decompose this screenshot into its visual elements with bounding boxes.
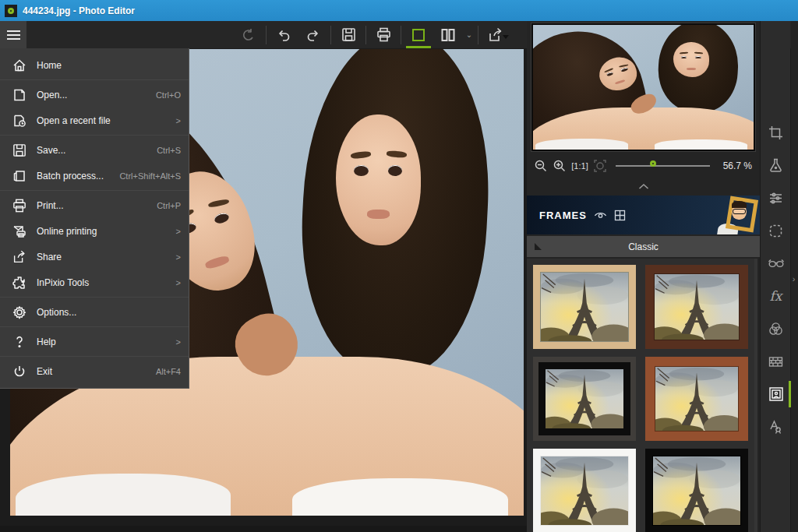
tool-list: fx [761, 116, 791, 443]
main-menu-dropdown: Home Open... Ctrl+O Open a recent file >… [0, 48, 189, 389]
tool-sidebar: fx [760, 21, 790, 532]
redo-icon[interactable] [298, 21, 328, 48]
zoom-slider-handle[interactable] [650, 160, 656, 167]
frame-thumbnail-carved-redwood[interactable] [643, 355, 750, 442]
actual-size-button[interactable]: [1:1] [569, 157, 591, 175]
menu-item-help[interactable]: Help > [0, 329, 189, 354]
toolbar-button-group: ⌄ [234, 21, 510, 48]
zoom-slider[interactable] [616, 157, 710, 175]
menu-item-online-printing[interactable]: Online printing > [0, 218, 189, 244]
menu-item-shortcut: Ctrl+P [157, 201, 181, 210]
menu-item-open-recent[interactable]: Open a recent file > [0, 107, 189, 133]
menu-item-save[interactable]: Save... Ctrl+S [0, 137, 189, 163]
category-collapse-triangle-icon [535, 243, 542, 250]
toolbar-separator [266, 26, 267, 44]
menu-item-exit[interactable]: Exit Alt+F4 [0, 358, 189, 384]
frames-grid [527, 259, 754, 532]
eye-icon[interactable] [594, 210, 607, 220]
crop-icon[interactable] [761, 116, 791, 149]
menu-icon[interactable] [0, 21, 26, 48]
share-dropdown-caret-icon [503, 35, 509, 39]
frames-icon[interactable] [761, 378, 791, 410]
menu-item-open[interactable]: Open... Ctrl+O [0, 82, 189, 107]
frame-thumbnail-white[interactable] [531, 447, 638, 532]
frame-thumbnail-black-matte[interactable] [531, 355, 638, 442]
frame-thumbnail-dark-walnut[interactable] [643, 263, 750, 351]
effects-flask-icon[interactable] [761, 149, 791, 181]
undo-icon[interactable] [269, 21, 298, 48]
save-icon[interactable] [334, 21, 363, 48]
share-icon [9, 248, 30, 266]
frame-thumbnail-light-wood[interactable] [531, 263, 638, 351]
chevron-up-icon[interactable] [527, 179, 760, 193]
menu-item-label: Batch process... [37, 171, 113, 181]
menu-item-label: Exit [37, 366, 150, 377]
frames-scrollbar[interactable] [754, 259, 757, 532]
power-icon [9, 362, 30, 381]
help-icon [9, 333, 30, 351]
zoom-out-icon[interactable] [531, 157, 550, 175]
selection-icon[interactable] [761, 214, 791, 247]
frame-thumbnail-black[interactable] [643, 447, 750, 532]
grid-icon[interactable] [614, 210, 626, 221]
toolbar-separator [330, 26, 331, 44]
submenu-arrow-icon: > [176, 337, 181, 347]
texture-icon[interactable] [761, 345, 791, 378]
submenu-arrow-icon: > [176, 227, 181, 236]
save-icon [9, 141, 30, 160]
menu-separator [0, 79, 189, 80]
frames-category-classic[interactable]: Classic [527, 236, 760, 257]
menu-item-share[interactable]: Share > [0, 244, 189, 270]
menu-item-batch-process[interactable]: Batch process... Ctrl+Shift+Alt+S [0, 163, 189, 188]
menu-item-label: Help [37, 336, 170, 347]
menu-item-home[interactable]: Home [0, 52, 189, 78]
preview-photo-two-women [533, 25, 754, 150]
actual-size-label: 1:1 [574, 161, 585, 171]
panel-expand-chevron-icon[interactable]: › [789, 269, 798, 289]
frames-promo-image [705, 196, 760, 234]
right-woman-face [336, 115, 421, 245]
submenu-arrow-icon: > [176, 252, 181, 262]
color-blend-icon[interactable] [761, 312, 791, 345]
zoom-controls: [1:1] 56.7 % [531, 155, 755, 177]
menu-item-label: InPixio Tools [37, 277, 170, 288]
category-label: Classic [542, 241, 745, 252]
menu-item-label: Home [37, 60, 181, 71]
menu-item-label: Open a recent file [37, 115, 170, 126]
title-bar: 444234.jpg - Photo Editor [0, 0, 798, 21]
share-icon[interactable] [481, 21, 510, 48]
menu-item-shortcut: Ctrl+Shift+Alt+S [119, 171, 181, 181]
menu-item-print[interactable]: Print... Ctrl+P [0, 192, 189, 218]
submenu-arrow-icon: > [176, 116, 181, 125]
zoom-fit-icon[interactable] [591, 157, 609, 175]
right-panel: [1:1] 56.7 % FRAMES [527, 21, 760, 532]
glasses-icon[interactable] [761, 247, 791, 280]
submenu-arrow-icon: > [176, 278, 181, 287]
open-recent-icon [9, 111, 30, 130]
compare-view-icon[interactable] [433, 21, 463, 48]
menu-item-label: Online printing [37, 226, 170, 237]
fx-label: fx [770, 288, 782, 304]
menu-separator [0, 297, 189, 298]
open-icon [9, 86, 30, 104]
text-decoration-icon[interactable] [761, 410, 791, 443]
fx-icon[interactable]: fx [761, 280, 791, 312]
print-icon [9, 196, 30, 215]
frames-panel-header: FRAMES [527, 196, 760, 234]
view-options-chevron-icon[interactable]: ⌄ [463, 21, 475, 48]
menu-item-options[interactable]: Options... [0, 299, 189, 325]
right-woman-white-top [292, 478, 508, 516]
single-view-icon[interactable] [404, 21, 433, 48]
toolbar-separator [478, 26, 478, 44]
batch-process-icon [9, 167, 30, 185]
zoom-in-icon[interactable] [550, 157, 569, 175]
reset-icon[interactable] [234, 21, 263, 48]
print-icon[interactable] [369, 21, 398, 48]
navigator-preview[interactable] [531, 23, 755, 151]
menu-separator [0, 135, 189, 136]
menu-item-inpixio-tools[interactable]: InPixio Tools > [0, 270, 189, 295]
menu-item-label: Print... [37, 200, 150, 211]
menu-item-label: Save... [37, 145, 150, 156]
frames-panel-title: FRAMES [539, 210, 587, 221]
adjustments-sliders-icon[interactable] [761, 181, 791, 214]
